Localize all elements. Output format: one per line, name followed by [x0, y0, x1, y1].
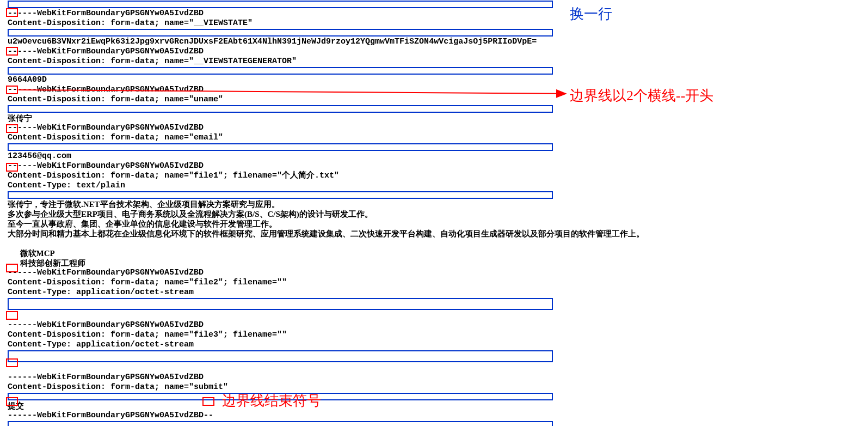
arrow-annotation — [0, 0, 868, 426]
svg-line-1 — [19, 90, 566, 94]
